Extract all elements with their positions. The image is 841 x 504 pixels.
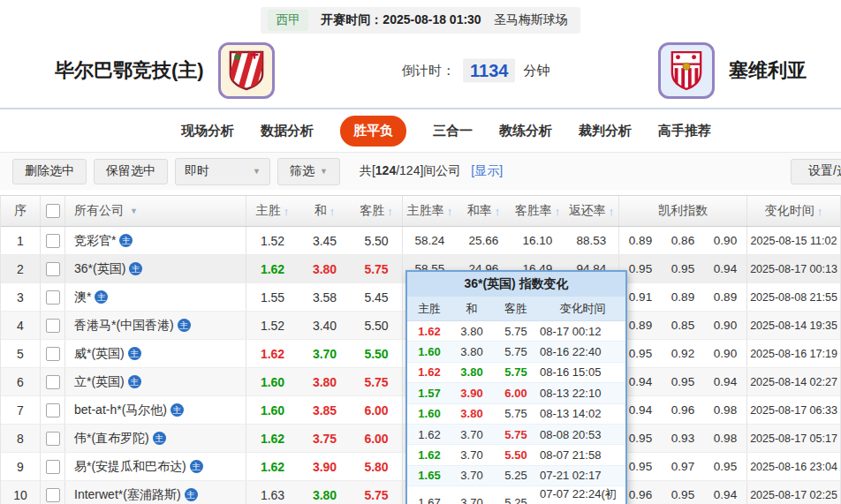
col-away-win[interactable]: 客胜↑ bbox=[351, 196, 403, 226]
kelly-3: 0.95 bbox=[704, 453, 747, 480]
odds-home[interactable]: 1.60 bbox=[246, 368, 299, 395]
tab-live-analysis[interactable]: 现场分析 bbox=[181, 123, 234, 139]
kelly-3: 0.90 bbox=[704, 340, 747, 367]
col-change-time[interactable]: 变化时间↑ bbox=[747, 196, 840, 226]
odds-home[interactable]: 1.62 bbox=[246, 453, 299, 480]
odds-draw[interactable]: 3.40 bbox=[299, 312, 351, 339]
odds-home[interactable]: 1.60 bbox=[246, 396, 299, 424]
kelly-2: 0.95 bbox=[662, 255, 704, 282]
tab-win-draw-lose[interactable]: 胜平负 bbox=[340, 116, 406, 147]
away-team: 塞维利亚 bbox=[658, 42, 807, 99]
popup-odds-away: 5.25 bbox=[492, 469, 540, 482]
tab-data-analysis[interactable]: 数据分析 bbox=[261, 123, 314, 139]
row-checkbox[interactable] bbox=[46, 319, 60, 333]
company-name[interactable]: 36*(英国) bbox=[74, 261, 125, 277]
odds-away[interactable]: 5.80 bbox=[351, 453, 403, 480]
keep-selected-button[interactable]: 保留选中 bbox=[94, 159, 168, 184]
col-company[interactable]: 所有公司 ▼ bbox=[65, 196, 246, 226]
row-checkbox[interactable] bbox=[46, 262, 60, 276]
tab-referee-analysis[interactable]: 裁判分析 bbox=[579, 123, 632, 139]
select-all-checkbox[interactable] bbox=[46, 204, 60, 218]
venue: 圣马梅斯球场 bbox=[494, 12, 568, 28]
odds-draw[interactable]: 3.70 bbox=[299, 340, 351, 367]
checkbox-cell bbox=[41, 453, 65, 480]
company-name[interactable]: 立*(英国) bbox=[74, 374, 125, 390]
odds-away[interactable]: 5.75 bbox=[351, 255, 403, 282]
home-badge-icon: 主 bbox=[129, 262, 142, 275]
odds-away[interactable]: 6.00 bbox=[351, 396, 403, 424]
row-number: 4 bbox=[1, 312, 41, 339]
odds-away[interactable]: 5.50 bbox=[351, 340, 403, 367]
company-cell: bet-at-h*(马尔他)主 bbox=[65, 396, 246, 424]
odds-away[interactable]: 5.50 bbox=[351, 312, 403, 339]
odds-away[interactable]: 6.00 bbox=[351, 425, 403, 452]
odds-home[interactable]: 1.62 bbox=[246, 340, 299, 367]
odds-draw[interactable]: 3.90 bbox=[299, 453, 351, 480]
change-time: 2025-08-14 02:27 bbox=[747, 368, 840, 395]
kelly-3: 0.89 bbox=[704, 283, 747, 311]
odds-draw[interactable]: 3.85 bbox=[299, 396, 351, 424]
company-name[interactable]: Interwet*(塞浦路斯) bbox=[74, 487, 181, 503]
company-name[interactable]: 威*(英国) bbox=[74, 346, 125, 362]
caret-down-icon: ▼ bbox=[253, 167, 261, 176]
tab-three-in-one[interactable]: 三合一 bbox=[433, 123, 473, 139]
kelly-2: 0.89 bbox=[662, 283, 704, 311]
popup-odds-home: 1.60 bbox=[407, 407, 451, 420]
settings-button[interactable]: 设置/选择 bbox=[791, 159, 841, 184]
odds-home[interactable]: 1.62 bbox=[246, 255, 299, 282]
odds-draw[interactable]: 3.75 bbox=[299, 425, 351, 452]
delete-selected-button[interactable]: 删除选中 bbox=[12, 159, 87, 184]
tab-expert-picks[interactable]: 高手推荐 bbox=[658, 123, 711, 139]
row-checkbox[interactable] bbox=[46, 375, 60, 389]
odds-draw[interactable]: 3.58 bbox=[299, 283, 351, 311]
col-home-win[interactable]: 主胜↑ bbox=[246, 196, 299, 226]
row-checkbox[interactable] bbox=[46, 234, 60, 248]
odds-draw[interactable]: 3.80 bbox=[299, 255, 351, 282]
company-name[interactable]: bet-at-h*(马尔他) bbox=[74, 402, 167, 418]
col-payout-rate[interactable]: 返还率↑ bbox=[564, 196, 619, 226]
odds-home[interactable]: 1.55 bbox=[246, 283, 299, 311]
odds-draw[interactable]: 3.80 bbox=[299, 481, 351, 504]
odds-home[interactable]: 1.62 bbox=[246, 425, 299, 452]
col-away-win-rate[interactable]: 客胜率↑ bbox=[511, 196, 564, 226]
odds-away[interactable]: 5.45 bbox=[351, 283, 403, 311]
odds-home[interactable]: 1.52 bbox=[246, 312, 299, 339]
row-checkbox[interactable] bbox=[46, 290, 60, 305]
company-cell: 澳*主 bbox=[65, 283, 246, 311]
checkbox-cell bbox=[41, 425, 65, 452]
row-checkbox[interactable] bbox=[46, 460, 60, 474]
show-link[interactable]: [显示] bbox=[471, 163, 503, 179]
sevilla-crest-icon bbox=[670, 49, 703, 92]
row-checkbox[interactable] bbox=[46, 347, 60, 361]
odds-draw[interactable]: 3.80 bbox=[299, 368, 351, 395]
instant-dropdown[interactable]: 即时 ▼ bbox=[175, 158, 270, 185]
odds-away[interactable]: 5.75 bbox=[351, 368, 403, 395]
row-checkbox[interactable] bbox=[46, 488, 60, 502]
col-draw[interactable]: 和↑ bbox=[299, 196, 351, 226]
change-time: 2025-08-17 00:13 bbox=[747, 255, 840, 282]
company-name[interactable]: 伟*(直布罗陀) bbox=[74, 431, 149, 447]
col-kelly-index[interactable]: 凯利指数 bbox=[619, 196, 747, 226]
col-home-win-rate[interactable]: 主胜率↑ bbox=[403, 196, 457, 226]
row-checkbox[interactable] bbox=[46, 403, 60, 417]
odds-away[interactable]: 5.75 bbox=[351, 481, 403, 504]
kelly-3: 0.90 bbox=[704, 227, 747, 254]
col-draw-rate[interactable]: 和率↑ bbox=[457, 196, 511, 226]
home-badge-icon: 主 bbox=[95, 290, 108, 304]
company-name[interactable]: 易*(安提瓜和巴布达) bbox=[74, 459, 186, 475]
odds-draw[interactable]: 3.45 bbox=[299, 227, 351, 254]
odds-home[interactable]: 1.63 bbox=[246, 481, 299, 504]
popup-odds-away: 5.25 bbox=[492, 496, 540, 504]
odds-home[interactable]: 1.52 bbox=[246, 227, 299, 254]
kelly-3: 0.94 bbox=[704, 255, 747, 282]
row-checkbox[interactable] bbox=[46, 432, 60, 446]
popup-change-time: 08-16 15:05 bbox=[540, 365, 625, 379]
company-name[interactable]: 香港马*(中国香港) bbox=[74, 318, 174, 334]
company-cell: 36*(英国)主 bbox=[65, 255, 246, 282]
company-name[interactable]: 澳* bbox=[74, 290, 91, 305]
tab-coach-analysis[interactable]: 教练分析 bbox=[499, 123, 552, 139]
popup-odds-draw: 3.80 bbox=[451, 345, 492, 358]
company-name[interactable]: 竞彩官* bbox=[74, 233, 116, 249]
odds-away[interactable]: 5.50 bbox=[351, 227, 403, 254]
filter-dropdown[interactable]: 筛选 ▼ bbox=[277, 158, 340, 185]
